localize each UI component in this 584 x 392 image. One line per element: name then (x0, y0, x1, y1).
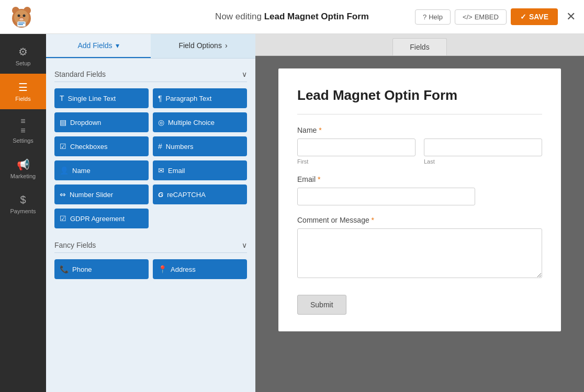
main-layout: ⚙ Setup ☰ Fields ≡≡ Settings 📢 Marketing… (0, 34, 584, 392)
tab-field-options[interactable]: Field Options › (151, 34, 255, 58)
chevron-down-icon: ▾ (116, 41, 119, 50)
fields-scroll-area: Standard Fields ∨ T Single Line Text ¶ P… (46, 59, 255, 392)
sidebar-item-label: Setup (16, 60, 31, 66)
tab-bar: Add Fields ▾ Field Options › (46, 34, 255, 59)
sidebar: ⚙ Setup ☰ Fields ≡≡ Settings 📢 Marketing… (0, 34, 46, 392)
checkbox-icon: ☑ (60, 142, 66, 151)
logo (8, 3, 37, 31)
sidebar-item-label: Fields (15, 96, 30, 102)
radio-icon: ◎ (158, 118, 164, 126)
person-icon: 👤 (60, 166, 69, 175)
field-btn-checkboxes[interactable]: ☑ Checkboxes (54, 136, 149, 156)
header: Now editing Lead Magnet Optin Form ? Hel… (0, 0, 584, 34)
first-name-input[interactable] (297, 139, 415, 156)
comment-textarea[interactable] (297, 228, 542, 278)
close-button[interactable]: ✕ (566, 10, 576, 24)
save-button[interactable]: ✓ SAVE (511, 8, 558, 25)
sidebar-item-settings[interactable]: ≡≡ Settings (0, 109, 46, 151)
form-field-comment: Comment or Message * (297, 216, 542, 280)
location-icon: 📍 (158, 265, 167, 273)
sidebar-item-payments[interactable]: $ Payments (0, 187, 46, 222)
field-btn-recaptcha[interactable]: G reCAPTCHA (153, 185, 247, 204)
form-field-email: Email * (297, 175, 542, 205)
google-icon: G (158, 191, 163, 199)
hash-icon: # (158, 142, 162, 151)
svg-point-5 (23, 15, 26, 17)
dollar-icon: $ (20, 194, 26, 206)
text-icon: T (60, 94, 64, 102)
code-icon: </> (463, 13, 473, 21)
field-btn-address[interactable]: 📍 Address (153, 259, 247, 279)
submit-button[interactable]: Submit (297, 295, 346, 315)
first-label: First (297, 158, 415, 165)
field-btn-multiple-choice[interactable]: ◎ Multiple Choice (153, 112, 247, 132)
settings-icon: ≡≡ (20, 117, 25, 135)
last-label: Last (424, 158, 542, 165)
fields-icon: ☰ (18, 81, 28, 94)
header-title: Now editing Lead Magnet Optin Form (215, 11, 369, 22)
slider-icon: ⇔ (60, 190, 66, 199)
email-input[interactable] (297, 188, 475, 205)
tab-add-fields[interactable]: Add Fields ▾ (46, 34, 151, 58)
form-preview: Lead Magnet Optin Form Name * First (278, 68, 561, 331)
field-btn-email[interactable]: ✉ Email (153, 160, 247, 180)
name-label: Name * (297, 126, 542, 134)
email-label: Email * (297, 175, 542, 183)
sidebar-item-fields[interactable]: ☰ Fields (0, 74, 46, 109)
sidebar-item-label: Settings (13, 137, 33, 144)
svg-point-7 (19, 18, 24, 21)
embed-button[interactable]: </> EMBED (455, 9, 507, 25)
comment-label: Comment or Message * (297, 216, 542, 224)
sidebar-item-setup[interactable]: ⚙ Setup (0, 38, 46, 74)
first-name-wrap: First (297, 139, 415, 165)
sidebar-item-marketing[interactable]: 📢 Marketing (0, 151, 46, 187)
right-panel: Fields Lead Magnet Optin Form Name * (255, 34, 584, 392)
field-btn-phone[interactable]: 📞 Phone (54, 259, 149, 279)
field-btn-name[interactable]: 👤 Name (54, 160, 149, 180)
header-actions: ? Help </> EMBED ✓ SAVE ✕ (415, 8, 576, 25)
sidebar-item-label: Marketing (10, 173, 36, 179)
chevron-right-icon: › (225, 41, 228, 50)
field-btn-numbers[interactable]: # Numbers (153, 136, 247, 156)
field-btn-paragraph-text[interactable]: ¶ Paragraph Text (153, 88, 247, 108)
last-name-wrap: Last (424, 139, 542, 165)
paragraph-icon: ¶ (158, 94, 162, 102)
help-button[interactable]: ? Help (415, 9, 451, 25)
fancy-fields-label: Fancy Fields (54, 241, 96, 249)
standard-fields-label: Standard Fields (54, 70, 106, 78)
last-name-input[interactable] (424, 139, 542, 156)
email-icon: ✉ (158, 166, 164, 175)
help-icon: ? (423, 13, 426, 21)
standard-fields-grid: T Single Line Text ¶ Paragraph Text ▤ Dr… (54, 88, 247, 228)
name-subfields: First Last (297, 139, 542, 165)
form-divider (297, 114, 542, 114)
field-btn-gdpr[interactable]: ☑ GDPR Agreement (54, 209, 149, 228)
svg-rect-8 (17, 21, 26, 27)
svg-point-4 (18, 15, 20, 17)
field-btn-dropdown[interactable]: ▤ Dropdown (54, 112, 149, 132)
fancy-fields-grid: 📞 Phone 📍 Address (54, 259, 247, 279)
field-btn-number-slider[interactable]: ⇔ Number Slider (54, 185, 149, 204)
fancy-fields-section-header[interactable]: Fancy Fields ∨ (54, 237, 247, 253)
field-btn-single-line-text[interactable]: T Single Line Text (54, 88, 149, 108)
collapse-icon: ∨ (242, 70, 247, 78)
gdpr-icon: ☑ (60, 214, 66, 223)
gear-icon: ⚙ (18, 45, 28, 58)
collapse-icon: ∨ (242, 241, 247, 249)
form-title: Lead Magnet Optin Form (297, 87, 542, 103)
fields-tab[interactable]: Fields (392, 38, 446, 55)
checkmark-icon: ✓ (520, 13, 526, 21)
megaphone-icon: 📢 (17, 158, 30, 171)
sidebar-item-label: Payments (10, 208, 36, 214)
left-panel: Add Fields ▾ Field Options › Standard Fi… (46, 34, 255, 392)
standard-fields-section-header[interactable]: Standard Fields ∨ (54, 66, 247, 82)
form-field-name: Name * First Last (297, 126, 542, 165)
phone-icon: 📞 (60, 265, 69, 273)
dropdown-icon: ▤ (60, 118, 66, 126)
